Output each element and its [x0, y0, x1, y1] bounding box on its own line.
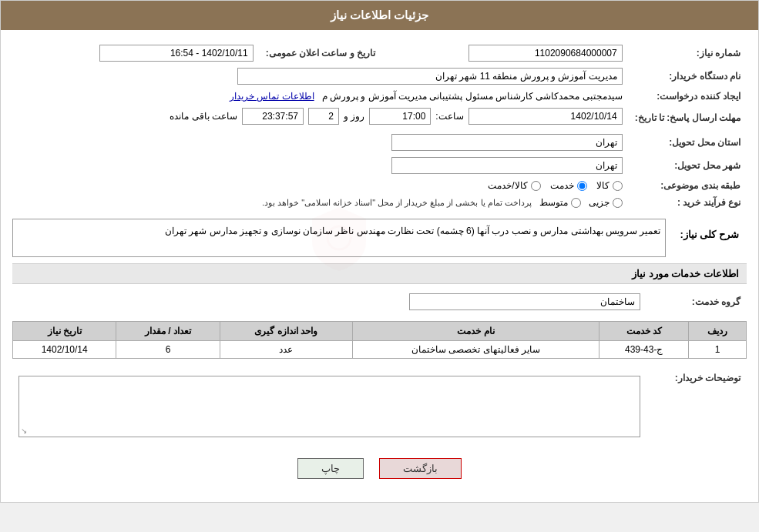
radio-جزیی-input[interactable]: [613, 198, 623, 208]
resize-icon: ↘: [21, 427, 27, 435]
شهر-value: تهران: [12, 154, 629, 177]
شرح-label: شرح کلی نیاز:: [672, 225, 747, 244]
radio-کالا: کالا: [596, 180, 623, 191]
radio-خدمت: خدمت: [550, 180, 587, 191]
page-header: جزئیات اطلاعات نیاز: [1, 1, 758, 30]
cell-ردیف: 1: [689, 341, 747, 359]
ایجاد-text: سیدمجتبی محمدکاشی کارشناس مسئول پشتیبانی…: [322, 91, 623, 102]
توضیحات-box: ↘: [18, 376, 640, 437]
radio-متوسط-label: متوسط: [539, 197, 568, 208]
radio-کالا-خدمت-label: کالا/خدمت: [488, 180, 527, 191]
col-ردیف: ردیف: [689, 322, 747, 341]
section-خدمات: اطلاعات خدمات مورد نیاز: [12, 263, 747, 284]
گروه-table: گروه خدمت: ساختمان: [12, 290, 747, 313]
info-table: شماره نیاز: 1102090684000007 تاریخ و ساع…: [12, 42, 747, 211]
شهر-label: شهر محل تحویل:: [629, 154, 747, 177]
توضیحات-table: توضیحات خریدار: ↘: [12, 366, 747, 447]
گروه-label: گروه خدمت:: [646, 290, 747, 313]
مهلت-باقی-label: ساعت باقی مانده: [170, 111, 237, 122]
تاریخ-box: 1402/10/11 - 16:54: [99, 45, 254, 62]
نوع-فرآیند-note: پرداخت تمام یا بخشی از مبلغ خریدار از مح…: [262, 198, 532, 208]
ایجاد-value: سیدمجتبی محمدکاشی کارشناس مسئول پشتیبانی…: [12, 88, 629, 105]
cell-تاریخ: 1402/10/14: [13, 341, 116, 359]
اطلاعات-تماس-link[interactable]: اطلاعات تماس خریدار: [230, 91, 314, 102]
استان-value: تهران: [12, 131, 629, 154]
تاریخ-value: 1402/10/11 - 16:54: [12, 42, 260, 65]
مهلت-row: 1402/10/14 ساعت: 17:00 روز و 2 23:37:57 …: [12, 105, 629, 131]
استان-label: استان محل تحویل:: [629, 131, 747, 154]
شرح-box: تعمیر سرویس بهداشتی مدارس و نصب درب آنها…: [12, 219, 666, 257]
شماره-نیاز-label: شماره نیاز:: [629, 42, 747, 65]
cell-کد-خدمت: ج-43-439: [599, 341, 689, 359]
توضیحات-cell: ↘: [12, 366, 646, 447]
col-نام-خدمت: نام خدمت: [352, 322, 599, 341]
col-تعداد: تعداد / مقدار: [116, 322, 220, 341]
استان-box: تهران: [391, 134, 623, 151]
توضیحات-label: توضیحات خریدار:: [646, 366, 747, 447]
radio-کالا-خدمت-input[interactable]: [531, 181, 541, 191]
back-button[interactable]: بازگشت: [379, 458, 462, 479]
table-row: 1 ج-43-439 سایر فعالیتهای تخصصی ساختمان …: [13, 341, 747, 359]
نام-دستگاه-box: مدیریت آموزش و پرورش منطقه 11 شهر تهران: [237, 68, 623, 85]
طبقه-row: کالا خدمت کالا/خدمت: [12, 177, 629, 194]
radio-کالا-input[interactable]: [613, 181, 623, 191]
شماره-نیاز-value: 1102090684000007: [381, 42, 629, 65]
services-table: ردیف کد خدمت نام خدمت واحد اندازه گیری ت…: [12, 321, 747, 359]
مهلت-باقی-box: 23:37:57: [242, 108, 304, 125]
مهلت-label: مهلت ارسال پاسخ: تا تاریخ:: [629, 105, 747, 131]
radio-جزیی: جزیی: [589, 197, 623, 208]
گروه-box: ساختمان: [409, 293, 640, 310]
radio-متوسط-input[interactable]: [571, 198, 581, 208]
ایجاد-label: ایجاد کننده درخواست:: [629, 88, 747, 105]
radio-خدمت-label: خدمت: [550, 180, 574, 191]
cell-نام-خدمت: سایر فعالیتهای تخصصی ساختمان: [352, 341, 599, 359]
radio-متوسط: متوسط: [539, 197, 581, 208]
col-کد-خدمت: کد خدمت: [599, 322, 689, 341]
شهر-box: تهران: [391, 157, 623, 174]
شرح-value: تعمیر سرویس بهداشتی مدارس و نصب درب آنها…: [165, 226, 660, 236]
نوع-فرآیند-label: نوع فرآیند خرید :: [629, 194, 747, 211]
نوع-فرآیند-row: جزیی متوسط پرداخت تمام یا بخشی از مبلغ خ…: [12, 194, 629, 211]
مهلت-date-box: 1402/10/14: [468, 108, 623, 125]
print-button[interactable]: چاپ: [297, 458, 364, 479]
شماره-نیاز-box: 1102090684000007: [468, 45, 623, 62]
مهلت-روز-label: روز و: [344, 111, 364, 122]
نام-دستگاه-label: نام دستگاه خریدار:: [629, 65, 747, 88]
مهلت-روز-box: 2: [308, 108, 339, 125]
button-row: بازگشت چاپ: [12, 458, 747, 479]
تاریخ-label: تاریخ و ساعت اعلان عمومی:: [260, 42, 381, 65]
radio-کالا-label: کالا: [596, 180, 610, 191]
نام-دستگاه-value: مدیریت آموزش و پرورش منطقه 11 شهر تهران: [12, 65, 629, 88]
cell-واحد: عدد: [220, 341, 352, 359]
طبقه-label: طبقه بندی موضوعی:: [629, 177, 747, 194]
col-تاریخ: تاریخ نیاز: [13, 322, 116, 341]
page-title: جزئیات اطلاعات نیاز: [331, 8, 428, 22]
radio-خدمت-input[interactable]: [577, 181, 587, 191]
col-واحد: واحد اندازه گیری: [220, 322, 352, 341]
radio-جزیی-label: جزیی: [589, 197, 610, 208]
مهلت-ساعت-label: ساعت:: [435, 111, 463, 122]
cell-تعداد: 6: [116, 341, 220, 359]
radio-کالا-خدمت: کالا/خدمت: [488, 180, 540, 191]
گروه-value: ساختمان: [12, 290, 646, 313]
مهلت-ساعت-box: 17:00: [369, 108, 431, 125]
